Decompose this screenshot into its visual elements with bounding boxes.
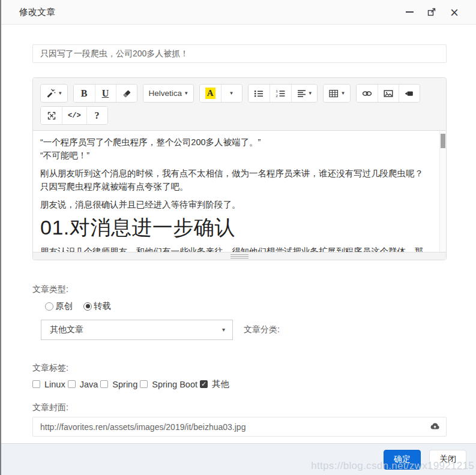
close-footer-button[interactable]: 关闭 xyxy=(429,450,466,470)
editor-scrollbar[interactable] xyxy=(439,131,446,252)
color-group: A ▾ xyxy=(199,84,243,103)
tag-linux[interactable]: ✓ Linux xyxy=(32,380,65,389)
chevron-down-icon: ▾ xyxy=(230,91,233,96)
expand-icon xyxy=(427,7,436,17)
close-button[interactable]: × xyxy=(450,7,459,18)
modal-header: 修改文章 × xyxy=(1,0,476,25)
cover-row xyxy=(32,417,447,437)
tag-spring[interactable]: ✓ Spring xyxy=(100,380,137,389)
clear-format-button[interactable] xyxy=(116,85,137,102)
tag-other[interactable]: ✓ 其他 xyxy=(200,378,229,390)
video-icon xyxy=(405,89,414,98)
help-icon: ? xyxy=(95,110,100,121)
bold-button[interactable]: B xyxy=(74,85,95,102)
link-icon xyxy=(362,89,372,98)
svg-text:1: 1 xyxy=(276,89,278,93)
paragraph-align-button[interactable]: ▾ xyxy=(291,85,318,102)
bold-icon: B xyxy=(81,88,88,99)
tag-java[interactable]: ✓ Java xyxy=(68,380,98,389)
content-heading: 01.对消息进一步确认 xyxy=(40,216,430,239)
editor-content-area[interactable]: “一个程序员写了个爬虫程序，整个公司200多人被端了。” “不可能吧！” 刚从朋… xyxy=(33,131,446,252)
article-type-options: 原创 转载 xyxy=(32,300,447,312)
bullet-list-icon xyxy=(254,89,264,98)
article-type-label: 文章类型: xyxy=(32,284,447,295)
radio-reprint[interactable]: 转载 xyxy=(83,300,111,312)
font-style-group: B U xyxy=(73,84,137,103)
tag-linux-label: Linux xyxy=(44,380,65,389)
close-icon: × xyxy=(450,7,459,18)
picture-icon xyxy=(384,89,393,98)
paragraph-group: 12 ▾ xyxy=(248,84,318,103)
style-group: ▾ xyxy=(40,84,68,103)
edit-article-modal: 修改文章 × xyxy=(1,0,476,475)
underline-button[interactable]: U xyxy=(95,85,116,102)
numbered-list-icon: 12 xyxy=(276,89,286,98)
chevron-down-icon: ▾ xyxy=(222,327,225,333)
chevron-down-icon: ▾ xyxy=(309,91,312,96)
minimize-button[interactable] xyxy=(406,11,414,13)
confirm-button[interactable]: 确定 xyxy=(384,450,421,470)
insert-group xyxy=(356,84,420,103)
paragraph-quotes: “一个程序员写了个爬虫程序，整个公司200多人被端了。” “不可能吧！” xyxy=(40,136,430,162)
radio-icon xyxy=(45,302,53,311)
cover-label: 文章封面: xyxy=(32,402,447,413)
ordered-list-button[interactable]: 12 xyxy=(270,85,291,102)
cover-url-input[interactable] xyxy=(32,417,447,437)
toolbar-row-2: </> ? xyxy=(40,106,439,125)
radio-original-label: 原创 xyxy=(55,300,73,312)
font-family-group: Helvetica ▾ xyxy=(143,84,194,103)
chevron-down-icon: ▾ xyxy=(342,91,345,96)
tag-spring-boot[interactable]: ✓ Spring Boot xyxy=(140,380,197,389)
color-dropdown-button[interactable]: ▾ xyxy=(221,85,242,102)
view-group: </> ? xyxy=(40,106,108,125)
svg-text:2: 2 xyxy=(276,94,278,98)
magic-wand-icon xyxy=(46,89,56,98)
help-button[interactable]: ? xyxy=(86,107,107,124)
category-row: 其他文章 ▾ 文章分类: xyxy=(32,320,447,340)
align-icon xyxy=(297,89,306,97)
radio-original[interactable]: 原创 xyxy=(45,300,73,312)
article-title-input[interactable] xyxy=(32,44,447,63)
tags-label: 文章标签: xyxy=(32,363,447,374)
unordered-list-button[interactable] xyxy=(249,85,270,102)
quote-line-1: “一个程序员写了个爬虫程序，整个公司200多人被端了。” xyxy=(40,136,430,149)
upload-cover-button[interactable] xyxy=(429,421,441,431)
font-color-icon: A xyxy=(205,88,215,99)
modal-body: ▾ B U xyxy=(1,25,476,443)
table-button[interactable]: ▾ xyxy=(324,85,350,102)
radio-icon xyxy=(83,302,92,311)
tags-options: ✓ Linux ✓ Java ✓ Spring ✓ Spring Boot ✓ xyxy=(32,378,447,390)
editor-resize-bar[interactable] xyxy=(33,252,446,260)
checkbox-icon: ✓ xyxy=(200,380,208,388)
editor-toolbar: ▾ B U xyxy=(33,78,446,131)
window-controls: × xyxy=(406,7,459,18)
checkbox-icon: ✓ xyxy=(32,380,40,388)
paragraph: 刚从朋友听到这个消息的时候，我有点不太相信，做为一名程序员来讲，谁还没有写过几段… xyxy=(40,167,430,193)
toolbar-row-1: ▾ B U xyxy=(40,84,439,103)
insert-link-button[interactable] xyxy=(357,85,378,102)
tag-spring-boot-label: Spring Boot xyxy=(152,380,197,389)
checkbox-icon: ✓ xyxy=(100,380,108,388)
maximize-button[interactable] xyxy=(427,7,436,17)
fullscreen-icon xyxy=(47,112,56,120)
tag-spring-label: Spring xyxy=(112,380,137,389)
radio-reprint-label: 转载 xyxy=(94,300,111,312)
category-select-value: 其他文章 xyxy=(50,324,83,335)
scrollbar-thumb[interactable] xyxy=(441,134,445,148)
style-dropdown-button[interactable]: ▾ xyxy=(41,85,67,102)
insert-video-button[interactable] xyxy=(399,85,420,102)
tag-java-label: Java xyxy=(80,380,98,389)
cloud-upload-icon xyxy=(429,421,441,431)
code-icon: </> xyxy=(68,112,81,120)
eraser-icon xyxy=(122,89,131,98)
chevron-down-icon: ▾ xyxy=(59,91,62,96)
underline-icon: U xyxy=(102,88,109,99)
insert-image-button[interactable] xyxy=(378,85,399,102)
fullscreen-button[interactable] xyxy=(41,107,62,124)
font-color-button[interactable]: A xyxy=(200,85,221,102)
category-select[interactable]: 其他文章 ▾ xyxy=(41,320,233,340)
font-family-dropdown-button[interactable]: Helvetica ▾ xyxy=(143,85,193,102)
codeview-button[interactable]: </> xyxy=(62,107,86,124)
checkbox-icon: ✓ xyxy=(140,380,148,388)
table-icon xyxy=(329,89,339,98)
